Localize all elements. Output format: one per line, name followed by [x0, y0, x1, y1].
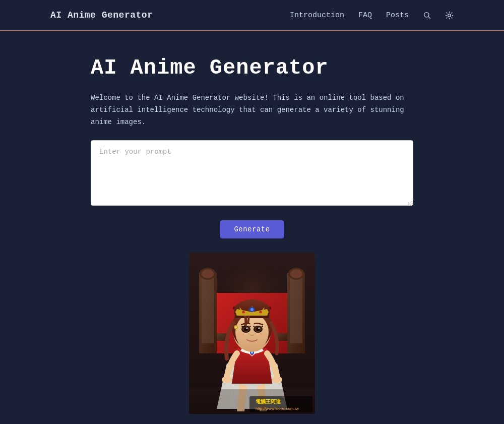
search-icon [423, 11, 431, 19]
prompt-input[interactable] [91, 140, 413, 206]
svg-point-25 [222, 376, 232, 383]
image-container: 電腦王阿達 http://www.loopc.com.tw [91, 253, 413, 414]
svg-point-35 [250, 308, 254, 311]
svg-point-14 [202, 269, 214, 278]
svg-point-16 [290, 269, 302, 278]
main-content: AI Anime Generator Welcome to the AI Ani… [81, 31, 423, 424]
page-title: AI Anime Generator [91, 56, 413, 80]
svg-point-37 [260, 311, 262, 314]
svg-line-10 [452, 12, 452, 13]
anime-character-svg: 電腦王阿達 http://www.loopc.com.tw [189, 253, 315, 414]
page-description: Welcome to the AI Anime Generator websit… [91, 92, 413, 128]
svg-point-45 [258, 328, 260, 329]
nav-introduction[interactable]: Introduction [290, 11, 344, 20]
svg-point-2 [448, 14, 451, 17]
svg-point-41 [246, 328, 248, 329]
svg-point-36 [242, 311, 245, 314]
svg-line-1 [428, 17, 430, 19]
main-nav: Introduction FAQ Posts [290, 11, 454, 20]
search-button[interactable] [423, 11, 431, 19]
generate-btn-wrapper: Generate [91, 220, 413, 238]
generate-button[interactable]: Generate [220, 220, 284, 238]
svg-point-47 [259, 332, 267, 337]
svg-line-5 [447, 12, 447, 13]
nav-posts[interactable]: Posts [386, 11, 409, 20]
sun-icon [445, 11, 454, 20]
svg-text:http://www.loopc.com.tw: http://www.loopc.com.tw [256, 406, 299, 411]
svg-line-6 [452, 18, 452, 18]
anime-image: 電腦王阿達 http://www.loopc.com.tw [189, 253, 315, 414]
site-logo[interactable]: AI Anime Generator [50, 10, 153, 20]
svg-point-49 [235, 326, 237, 328]
svg-line-9 [447, 18, 447, 18]
svg-point-46 [237, 332, 245, 337]
svg-text:電腦王阿達: 電腦王阿達 [256, 399, 281, 404]
svg-point-26 [272, 376, 282, 383]
header: AI Anime Generator Introduction FAQ Post… [0, 0, 504, 31]
theme-toggle-button[interactable] [445, 11, 454, 20]
nav-faq[interactable]: FAQ [358, 11, 372, 20]
svg-point-30 [235, 314, 269, 351]
